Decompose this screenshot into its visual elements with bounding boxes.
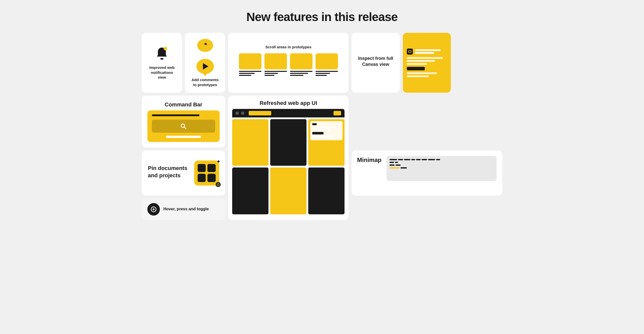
commandbar-label: Command Bar (165, 101, 202, 108)
card-commandbar[interactable]: Command Bar (142, 96, 225, 147)
card-scroll-areas[interactable]: Scroll areas in prototypes (228, 33, 349, 93)
card-webappui[interactable]: Refreshed web app UI (228, 96, 349, 220)
card-notifications[interactable]: Improved web notifications view (142, 33, 182, 93)
bell-icon (155, 46, 169, 62)
webappui-visual (232, 109, 345, 216)
svg-point-1 (164, 47, 167, 50)
comment-icon (196, 38, 214, 55)
notifications-label: Improved web notifications view (147, 65, 176, 80)
svg-rect-0 (160, 58, 163, 60)
pin-label: Pin documents and projects (148, 165, 189, 179)
hover-content: Hover, press and toggle (147, 203, 220, 216)
play-icon (196, 59, 214, 74)
card-comments[interactable]: Add comments to prototypes (185, 33, 225, 93)
pin-text: Pin documents and projects (148, 165, 189, 181)
page-title: New features in this release (8, 10, 636, 24)
card-inspect-visual (403, 33, 451, 93)
svg-point-2 (197, 39, 213, 52)
minimap-title-area: Minimap (357, 156, 381, 166)
minimap-visual (387, 156, 497, 181)
commandbar-visual (147, 110, 220, 142)
pin-visual: ✦ (194, 160, 219, 186)
hover-label: Hover, press and toggle (163, 207, 209, 212)
card-minimap[interactable]: Minimap (352, 150, 502, 196)
webappui-label: Refreshed web app UI (260, 100, 317, 107)
inspect-visual (407, 49, 447, 77)
svg-line-13 (184, 127, 186, 129)
card-inspect[interactable]: Inspect from full Canvas view (352, 33, 400, 93)
minimap-label: Minimap (357, 156, 381, 164)
scroll-screens-visual (234, 53, 343, 76)
comments-label: Add comments to prototypes (190, 77, 219, 87)
scroll-areas-label: Scroll areas in prototypes (265, 45, 311, 50)
card-pin[interactable]: Pin documents and projects ✦ (142, 150, 225, 196)
card-hover[interactable]: Hover, press and toggle (142, 199, 225, 220)
inspect-label: Inspect from full Canvas view (357, 56, 394, 67)
features-grid: Improved web notifications view Add comm… (142, 33, 502, 220)
